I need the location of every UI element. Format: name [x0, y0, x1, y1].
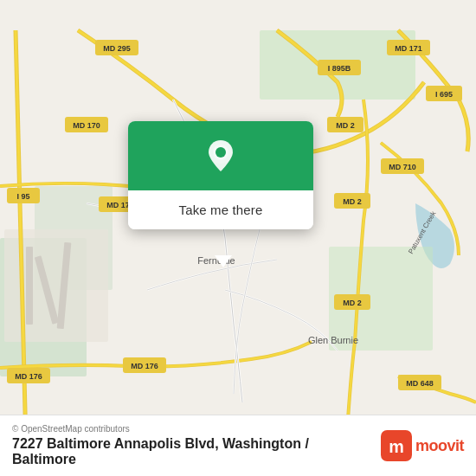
svg-text:MD 171: MD 171 — [395, 44, 422, 53]
bottom-bar: © OpenStreetMap contributors 7227 Baltim… — [0, 415, 476, 476]
svg-text:MD 295: MD 295 — [103, 44, 131, 53]
moovit-logo: m moovit — [381, 430, 464, 461]
bottom-left-content: © OpenStreetMap contributors 7227 Baltim… — [12, 424, 309, 467]
popup-card: Take me there — [128, 121, 313, 229]
address-text: 7227 Baltimore Annapolis Blvd, Washingto… — [12, 436, 309, 466]
svg-text:MD 2: MD 2 — [343, 197, 362, 206]
svg-point-45 — [215, 147, 226, 158]
address-block: 7227 Baltimore Annapolis Blvd, Washingto… — [12, 436, 309, 467]
svg-text:MD 170: MD 170 — [73, 121, 100, 130]
svg-text:MD 648: MD 648 — [406, 379, 434, 388]
svg-text:MD 2: MD 2 — [336, 121, 355, 130]
svg-text:I 895B: I 895B — [328, 64, 351, 73]
location-pin-icon — [205, 140, 236, 171]
svg-rect-5 — [26, 247, 33, 325]
svg-text:MD 176: MD 176 — [131, 362, 158, 370]
map-container: MD 295 MD 171 I 895B I 695 MD 170 MD 2 M… — [0, 0, 476, 476]
svg-text:I 695: I 695 — [435, 90, 453, 99]
svg-text:MD 176: MD 176 — [15, 372, 42, 381]
svg-text:m: m — [389, 437, 404, 456]
svg-text:I 95: I 95 — [16, 192, 29, 201]
copyright-text: © OpenStreetMap contributors — [12, 424, 309, 434]
moovit-m-icon: m — [381, 430, 412, 461]
address-line1: 7227 Baltimore Annapolis Blvd, Washingto… — [12, 436, 309, 451]
svg-text:Glen Burnie: Glen Burnie — [308, 335, 358, 345]
svg-text:MD 710: MD 710 — [389, 163, 416, 171]
popup-tail — [215, 255, 232, 267]
svg-text:MD 2: MD 2 — [343, 299, 362, 307]
address-line2: Baltimore — [12, 452, 76, 466]
take-me-there-button[interactable]: Take me there — [128, 190, 313, 229]
map-svg: MD 295 MD 171 I 895B I 695 MD 170 MD 2 M… — [0, 0, 476, 476]
popup-header — [128, 121, 313, 190]
moovit-brand-name: moovit — [415, 437, 464, 455]
